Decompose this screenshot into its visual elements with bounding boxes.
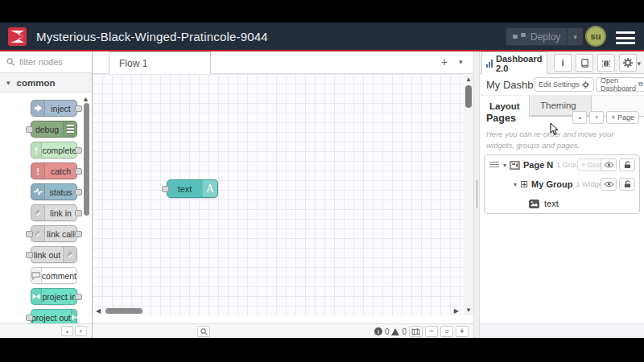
flow-tab-flow1[interactable]: Flow 1 (109, 51, 211, 74)
lock-button[interactable] (619, 178, 635, 191)
palette-node-link-in[interactable]: link in (31, 204, 77, 221)
scroll-up-icon[interactable]: ▲ (465, 76, 472, 83)
vertical-scrollbar-thumb[interactable] (465, 85, 472, 108)
output-port[interactable] (75, 294, 82, 300)
input-port[interactable] (26, 315, 33, 321)
zoom-reset-button[interactable]: ○ (440, 326, 453, 337)
palette-node-inject[interactable]: inject (31, 100, 77, 117)
page-name: Page N (523, 160, 553, 170)
input-port[interactable] (26, 252, 33, 258)
palette-search-placeholder: filter nodes (19, 57, 63, 67)
flow-canvas-grid[interactable]: text A (93, 74, 464, 315)
pages-actions: ▴ ▾ + Page (572, 111, 639, 124)
scroll-down-icon[interactable]: ▼ (465, 306, 472, 314)
navigator-button[interactable] (409, 326, 423, 337)
palette-node-link-call[interactable]: link call (31, 225, 77, 242)
chevron-down-icon[interactable]: ▾ (514, 181, 517, 188)
add-page-button[interactable]: + Page (606, 111, 639, 124)
palette-node-debug[interactable]: debug (31, 121, 77, 138)
flow-list-caret-icon[interactable]: ▾ (459, 58, 463, 66)
chevron-down-icon[interactable]: ▾ (503, 162, 506, 169)
palette-scrollbar-thumb[interactable] (84, 103, 89, 216)
debug-icon (63, 121, 76, 137)
input-port[interactable] (26, 126, 33, 133)
pulse-icon (31, 184, 45, 200)
palette-node-link-out[interactable]: link out (31, 246, 77, 263)
header-bar: Mysterious-Black-Winged-Pratincole-9044 … (0, 23, 644, 50)
scroll-left-icon[interactable]: ◀ (96, 307, 101, 315)
node-palette: filter nodes ▾ common inject debu (0, 51, 93, 338)
palette-node-comment[interactable]: comment (31, 267, 77, 284)
move-page-down-button[interactable]: ▾ (589, 111, 604, 124)
tab-info[interactable]: i (554, 54, 572, 72)
flow-tab-bar: Flow 1 + ▾ (93, 51, 473, 74)
scroll-right-icon[interactable]: ▶ (454, 307, 459, 315)
palette-category-common[interactable]: ▾ common (0, 73, 92, 93)
link-icon (63, 247, 76, 262)
workspace-title: Mysterious-Black-Winged-Pratincole-9044 (36, 30, 268, 43)
tree-row-page[interactable]: ▾ Page N 1 Groups + Group (485, 155, 639, 175)
sidebar-options-caret-icon[interactable]: ▾ (637, 60, 641, 68)
horizontal-scrollbar-thumb[interactable] (105, 308, 142, 314)
user-avatar[interactable]: su (585, 26, 606, 47)
canvas-node-text[interactable]: text A (167, 179, 218, 198)
text-widget-icon: A (202, 180, 217, 197)
deploy-button[interactable]: Deploy ▾ (506, 27, 584, 46)
tab-dashboard-2[interactable]: Dashboard 2.0 (481, 51, 547, 74)
pages-help-text: Here you can re-order and move your widg… (486, 129, 639, 151)
output-port[interactable] (75, 105, 82, 112)
input-port[interactable] (162, 186, 169, 192)
inject-icon (31, 101, 45, 116)
palette-node-status[interactable]: status (31, 183, 77, 200)
node-label: link out (31, 250, 63, 260)
mouse-cursor (550, 122, 559, 136)
palette-node-complete[interactable]: ! complete (31, 142, 77, 158)
output-port[interactable] (75, 168, 82, 175)
palette-node-project-out[interactable]: project out (31, 309, 77, 323)
output-port[interactable] (75, 231, 82, 237)
collapse-all-button[interactable]: ▴ (61, 326, 73, 336)
link-icon (31, 205, 45, 220)
output-port[interactable] (75, 147, 82, 154)
search-icon (6, 58, 14, 66)
deploy-options-caret-icon[interactable]: ▾ (568, 33, 583, 41)
sidebar-tab-bar: Dashboard 2.0 i (480, 51, 644, 74)
open-dashboard-button[interactable]: Open Dashboard ⧉ (596, 77, 644, 92)
input-port[interactable] (26, 231, 33, 237)
add-flow-button[interactable]: + (437, 56, 452, 70)
tab-config-nodes[interactable] (619, 54, 637, 72)
move-page-up-button[interactable]: ▴ (572, 111, 587, 124)
node-label: debug (31, 125, 63, 134)
palette-node-catch[interactable]: ! catch (31, 162, 77, 179)
sidebar-splitter[interactable] (473, 51, 480, 338)
open-dashboard-label: Open Dashboard (601, 76, 636, 93)
tree-row-group[interactable]: ▾ ⊞ My Group 1 Widgets (485, 175, 639, 194)
tab-debug[interactable] (597, 54, 615, 72)
error-count-icon[interactable]: i (374, 327, 382, 335)
zoom-in-button[interactable]: + (456, 326, 469, 337)
deploy-label: Deploy (530, 31, 560, 43)
project-icon (71, 310, 80, 323)
canvas-vertical-scrollbar[interactable]: ▲ ▼ (464, 74, 473, 315)
warning-icon[interactable] (391, 328, 399, 335)
canvas-horizontal-scrollbar[interactable]: ◀ ▶ (93, 307, 464, 315)
toggle-visibility-button[interactable] (601, 158, 617, 171)
palette-node-list: inject debug ! complete ! (0, 93, 92, 323)
edit-settings-button[interactable]: Edit Settings (534, 77, 594, 92)
search-flows-button[interactable] (197, 326, 210, 337)
pages-heading: Pages (486, 113, 516, 124)
drag-handle-icon[interactable] (489, 162, 499, 168)
toggle-visibility-button[interactable] (601, 178, 617, 191)
palette-node-project-in[interactable]: project in (31, 288, 77, 305)
expand-all-button[interactable]: ▾ (75, 326, 87, 336)
node-red-logo-icon[interactable] (8, 27, 27, 46)
palette-search[interactable]: filter nodes (0, 51, 92, 73)
output-port[interactable] (75, 210, 82, 216)
zoom-out-button[interactable]: − (425, 326, 438, 337)
tree-row-widget[interactable]: text (485, 194, 639, 213)
output-port[interactable] (75, 189, 82, 195)
tab-help[interactable] (576, 54, 593, 72)
lock-button[interactable] (619, 158, 635, 171)
main-menu-icon[interactable] (616, 31, 635, 44)
palette-scroll-up-icon[interactable]: ▲ (82, 95, 89, 103)
